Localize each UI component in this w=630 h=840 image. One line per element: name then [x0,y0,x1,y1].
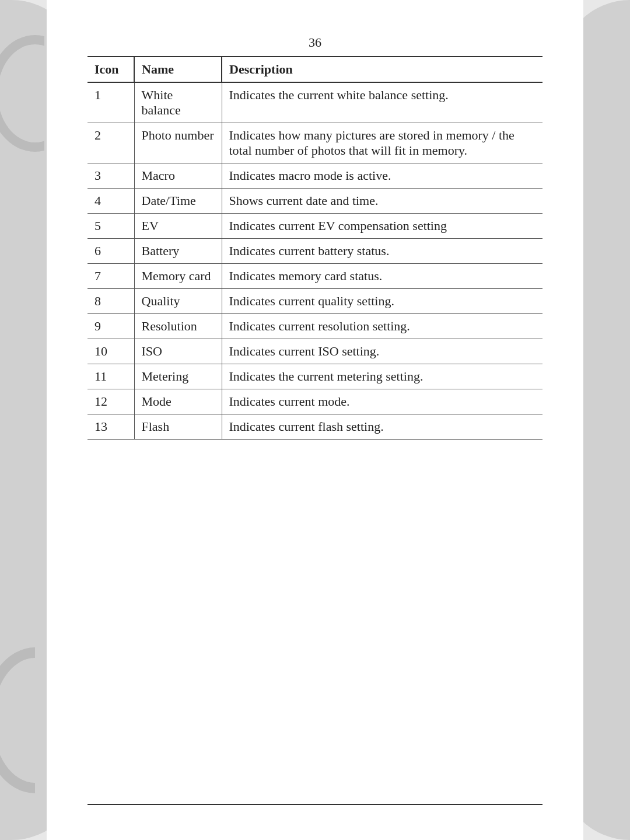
table-row: 5EVIndicates current EV compensation set… [88,214,542,239]
cell-name: Metering [134,364,222,389]
cell-icon: 3 [88,163,134,189]
cell-icon: 1 [88,82,134,123]
cell-icon: 5 [88,214,134,239]
cell-name: Flash [134,414,222,440]
cell-icon: 11 [88,364,134,389]
cell-name: Memory card [134,264,222,289]
cell-description: Indicates memory card status. [222,264,542,289]
cell-name: Date/Time [134,189,222,214]
col-header-icon: Icon [88,57,134,82]
icons-table: Icon Name Description 1White balanceIndi… [88,56,542,440]
cell-description: Indicates current flash setting. [222,414,542,440]
cell-name: Mode [134,389,222,414]
table-row: 4Date/TimeShows current date and time. [88,189,542,214]
cell-description: Indicates current mode. [222,389,542,414]
cell-name: Battery [134,239,222,264]
table-row: 1White balanceIndicates the current whit… [88,82,542,123]
table-row: 6BatteryIndicates current battery status… [88,239,542,264]
cell-description: Indicates the current metering setting. [222,364,542,389]
cell-description: Indicates how many pictures are stored i… [222,123,542,163]
table-row: 12ModeIndicates current mode. [88,389,542,414]
cell-description: Indicates current ISO setting. [222,339,542,364]
cell-icon: 12 [88,389,134,414]
cell-description: Indicates current EV compensation settin… [222,214,542,239]
col-header-description: Description [222,57,542,82]
cell-description: Indicates the current white balance sett… [222,82,542,123]
footer-line [88,804,542,805]
cell-name: Resolution [134,314,222,339]
cell-icon: 8 [88,289,134,314]
cell-description: Shows current date and time. [222,189,542,214]
table-row: 10ISOIndicates current ISO setting. [88,339,542,364]
table-row: 13FlashIndicates current flash setting. [88,414,542,440]
cell-icon: 10 [88,339,134,364]
cell-name: Photo number [134,123,222,163]
page-content: 36 Icon Name Description 1White balanceI… [47,0,583,840]
table-header-row: Icon Name Description [88,57,542,82]
cell-description: Indicates macro mode is active. [222,163,542,189]
cell-description: Indicates current resolution setting. [222,314,542,339]
table-row: 3MacroIndicates macro mode is active. [88,163,542,189]
table-row: 8QualityIndicates current quality settin… [88,289,542,314]
table-row: 11MeteringIndicates the current metering… [88,364,542,389]
page-number: 36 [88,35,542,50]
cell-icon: 9 [88,314,134,339]
cell-icon: 2 [88,123,134,163]
cell-name: Macro [134,163,222,189]
cell-name: ISO [134,339,222,364]
cell-name: Quality [134,289,222,314]
table-row: 7Memory cardIndicates memory card status… [88,264,542,289]
cell-name: EV [134,214,222,239]
cell-description: Indicates current quality setting. [222,289,542,314]
col-header-name: Name [134,57,222,82]
cell-icon: 6 [88,239,134,264]
cell-icon: 13 [88,414,134,440]
table-row: 2Photo numberIndicates how many pictures… [88,123,542,163]
table-row: 9ResolutionIndicates current resolution … [88,314,542,339]
cell-description: Indicates current battery status. [222,239,542,264]
cell-icon: 7 [88,264,134,289]
cell-name: White balance [134,82,222,123]
cell-icon: 4 [88,189,134,214]
